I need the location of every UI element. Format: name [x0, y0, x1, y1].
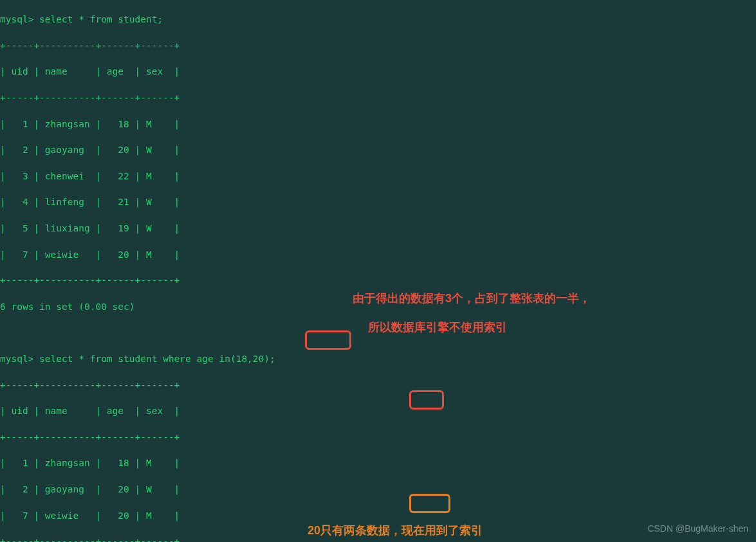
- table-sep: +-----+----------+------+------+: [0, 379, 756, 392]
- table-row: | 5 | liuxiang | 19 | W |: [0, 222, 756, 235]
- table-row: | 2 | gaoyang | 20 | W |: [0, 483, 756, 496]
- prompt-line: mysql> select * from student;: [0, 13, 756, 26]
- table-sep: +-----+----------+------+------+: [0, 274, 756, 287]
- table-row: | 1 | zhangsan | 18 | M |: [0, 118, 756, 131]
- table-row: | 3 | chenwei | 22 | M |: [0, 170, 756, 183]
- prompt-line: mysql> select * from student where age i…: [0, 352, 756, 365]
- annotation-orange: 20只有两条数据，现在用到了索引: [308, 523, 483, 539]
- highlight-box-params: [305, 330, 351, 350]
- table-row: | 1 | zhangsan | 18 | M |: [0, 456, 756, 469]
- table-header: | uid | name | age | sex |: [0, 404, 756, 417]
- terminal-output: mysql> select * from student; +-----+---…: [0, 0, 756, 542]
- annotation-red-2: 所以数据库引擎不使用索引: [368, 320, 507, 336]
- table-header: | uid | name | age | sex |: [0, 65, 756, 78]
- highlight-box-null-key: [409, 390, 444, 410]
- table-row: | 2 | gaoyang | 20 | W |: [0, 143, 756, 156]
- annotation-red-1: 由于得出的数据有3个，占到了整张表的一半，: [353, 291, 591, 307]
- table-sep: +-----+----------+------+------+: [0, 91, 756, 104]
- table-sep: +-----+----------+------+------+: [0, 39, 756, 52]
- table-row: | 7 | weiwie | 20 | M |: [0, 509, 756, 522]
- highlight-box-ageidx: [409, 494, 450, 513]
- table-sep: +-----+----------+------+------+: [0, 431, 756, 444]
- table-row: | 7 | weiwie | 20 | M |: [0, 248, 756, 261]
- table-row: | 4 | linfeng | 21 | W |: [0, 195, 756, 208]
- watermark: CSDN @BugMaker-shen: [647, 523, 748, 536]
